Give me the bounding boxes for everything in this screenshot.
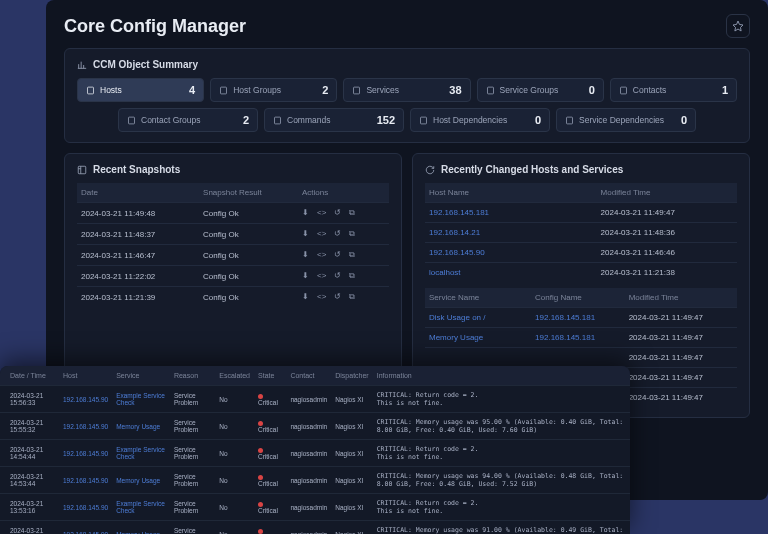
n-esc: No [215, 440, 254, 467]
download-icon[interactable]: ⬇ [302, 208, 309, 218]
download-icon[interactable]: ⬇ [302, 229, 309, 239]
notification-row: 2024-03-21 15:55:32 192.168.145.90 Memor… [0, 413, 630, 440]
summary-chip-contact-groups[interactable]: Contact Groups2 [118, 108, 258, 132]
summary-chip-host-groups[interactable]: Host Groups2 [210, 78, 337, 102]
code-icon[interactable]: <> [317, 250, 326, 260]
favorite-button[interactable] [726, 14, 750, 38]
n-disp: Nagios XI [331, 386, 372, 413]
history-icon[interactable]: ↺ [334, 229, 341, 239]
n-state: Critical [254, 440, 286, 467]
n-info: CRITICAL: Return code = 2.This is not fi… [373, 386, 630, 413]
notif-col: Escalated [215, 366, 254, 386]
download-icon[interactable]: ⬇ [302, 271, 309, 281]
copy-icon[interactable]: ⧉ [349, 271, 355, 281]
n-contact: nagiosadmin [286, 440, 331, 467]
n-reason: Service Problem [170, 386, 215, 413]
n-contact: nagiosadmin [286, 494, 331, 521]
code-icon[interactable]: <> [317, 292, 326, 302]
summary-chip-host-dependencies[interactable]: Host Dependencies0 [410, 108, 550, 132]
notification-row: 2024-03-21 15:56:33 192.168.145.90 Examp… [0, 386, 630, 413]
n-contact: nagiosadmin [286, 386, 331, 413]
n-dt: 2024-03-21 15:56:33 [0, 386, 59, 413]
chip-count: 1 [722, 84, 728, 96]
n-contact: nagiosadmin [286, 413, 331, 440]
summary-chip-contacts[interactable]: Contacts1 [610, 78, 737, 102]
copy-icon[interactable]: ⧉ [349, 208, 355, 218]
col-svcmod: Modified Time [625, 288, 737, 308]
changed-heading: Recently Changed Hosts and Services [441, 164, 623, 175]
history-icon[interactable]: ↺ [334, 271, 341, 281]
n-host[interactable]: 192.168.145.90 [59, 467, 112, 494]
chip-label: Commands [287, 115, 330, 125]
summary-chip-service-dependencies[interactable]: Service Dependencies0 [556, 108, 696, 132]
snapshots-table: Date Snapshot Result Actions 2024-03-21 … [77, 183, 389, 307]
svg-rect-3 [487, 87, 493, 94]
notif-col: Service [112, 366, 170, 386]
code-icon[interactable]: <> [317, 208, 326, 218]
code-icon[interactable]: <> [317, 271, 326, 281]
star-icon [732, 20, 744, 32]
n-host[interactable]: 192.168.145.90 [59, 521, 112, 535]
download-icon[interactable]: ⬇ [302, 292, 309, 302]
snap-date: 2024-03-21 11:21:39 [77, 287, 199, 308]
n-esc: No [215, 413, 254, 440]
notifications-panel: Date / TimeHostServiceReasonEscalatedSta… [0, 366, 630, 534]
notif-col: Contact [286, 366, 331, 386]
n-svc[interactable]: Example Service Check [112, 494, 170, 521]
n-svc[interactable]: Example Service Check [112, 440, 170, 467]
snap-result: Config Ok [199, 203, 298, 224]
host-row: 192.168.14.212024-03-21 11:48:36 [425, 223, 737, 243]
n-svc[interactable]: Memory Usage [112, 413, 170, 440]
n-host[interactable]: 192.168.145.90 [59, 413, 112, 440]
n-reason: Service Problem [170, 440, 215, 467]
notifications-table: Date / TimeHostServiceReasonEscalatedSta… [0, 366, 630, 534]
summary-chip-commands[interactable]: Commands152 [264, 108, 404, 132]
svc-link[interactable]: Memory Usage [425, 328, 531, 348]
n-svc[interactable]: Memory Usage [112, 467, 170, 494]
n-svc[interactable]: Example Service Check [112, 386, 170, 413]
chip-label: Service Dependencies [579, 115, 664, 125]
snap-date: 2024-03-21 11:48:37 [77, 224, 199, 245]
history-icon[interactable]: ↺ [334, 250, 341, 260]
svg-rect-2 [354, 87, 360, 94]
host-link[interactable]: 192.168.145.90 [425, 243, 597, 263]
svc-cfg[interactable] [531, 348, 625, 368]
chip-count: 152 [377, 114, 395, 126]
copy-icon[interactable]: ⧉ [349, 250, 355, 260]
code-icon[interactable]: <> [317, 229, 326, 239]
n-host[interactable]: 192.168.145.90 [59, 386, 112, 413]
chip-count: 0 [681, 114, 687, 126]
chip-count: 2 [322, 84, 328, 96]
history-icon[interactable]: ↺ [334, 208, 341, 218]
svc-cfg[interactable]: 192.168.145.181 [531, 308, 625, 328]
summary-chip-service-groups[interactable]: Service Groups0 [477, 78, 604, 102]
doc-icon [352, 86, 361, 95]
notif-col: Information [373, 366, 630, 386]
col-svcname: Service Name [425, 288, 531, 308]
doc-icon [273, 116, 282, 125]
doc-icon [419, 116, 428, 125]
svc-link[interactable]: Disk Usage on / [425, 308, 531, 328]
summary-chip-hosts[interactable]: Hosts4 [77, 78, 204, 102]
copy-icon[interactable]: ⧉ [349, 229, 355, 239]
n-dt: 2024-03-21 13:52:17 [0, 521, 59, 535]
n-esc: No [215, 494, 254, 521]
copy-icon[interactable]: ⧉ [349, 292, 355, 302]
summary-chip-services[interactable]: Services38 [343, 78, 470, 102]
host-link[interactable]: localhost [425, 263, 597, 283]
svc-cfg[interactable]: 192.168.145.181 [531, 328, 625, 348]
service-row: Memory Usage192.168.145.1812024-03-21 11… [425, 328, 737, 348]
n-disp: Nagios XI [331, 494, 372, 521]
n-host[interactable]: 192.168.145.90 [59, 494, 112, 521]
n-host[interactable]: 192.168.145.90 [59, 440, 112, 467]
download-icon[interactable]: ⬇ [302, 250, 309, 260]
snap-date: 2024-03-21 11:49:48 [77, 203, 199, 224]
svc-time: 2024-03-21 11:49:47 [625, 368, 737, 388]
history-icon[interactable]: ↺ [334, 292, 341, 302]
svc-link[interactable] [425, 348, 531, 368]
host-link[interactable]: 192.168.14.21 [425, 223, 597, 243]
host-link[interactable]: 192.168.145.181 [425, 203, 597, 223]
chip-count: 38 [449, 84, 461, 96]
doc-icon [86, 86, 95, 95]
n-svc[interactable]: Memory Usage [112, 521, 170, 535]
